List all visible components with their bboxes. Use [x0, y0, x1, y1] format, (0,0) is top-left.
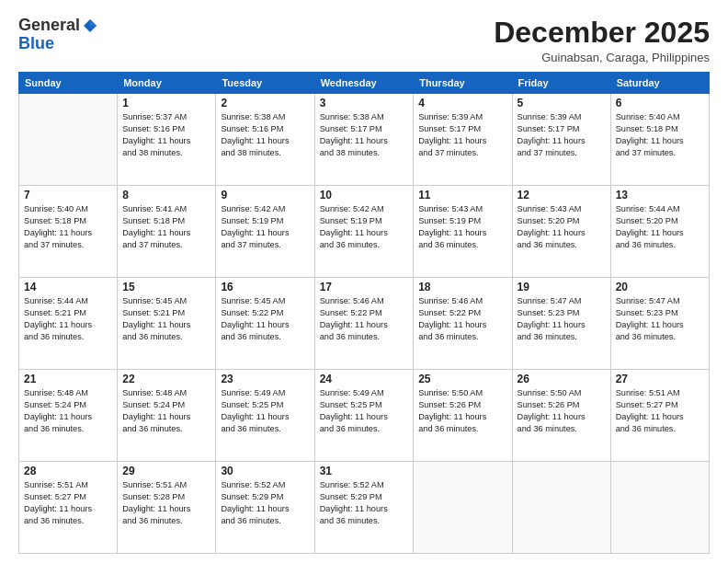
header-monday: Monday: [118, 73, 216, 94]
calendar-cell: 3Sunrise: 5:38 AM Sunset: 5:17 PM Daylig…: [314, 94, 414, 186]
calendar-cell: 13Sunrise: 5:44 AM Sunset: 5:20 PM Dayli…: [610, 186, 709, 278]
day-number: 7: [24, 189, 112, 201]
logo-icon: [82, 17, 98, 34]
calendar-cell: 31Sunrise: 5:52 AM Sunset: 5:29 PM Dayli…: [314, 462, 414, 554]
calendar-cell: 6Sunrise: 5:40 AM Sunset: 5:18 PM Daylig…: [610, 94, 709, 186]
day-info: Sunrise: 5:44 AM Sunset: 5:21 PM Dayligh…: [24, 295, 112, 343]
calendar-week-2: 14Sunrise: 5:44 AM Sunset: 5:21 PM Dayli…: [19, 278, 710, 370]
day-info: Sunrise: 5:40 AM Sunset: 5:18 PM Dayligh…: [24, 203, 112, 251]
day-number: 16: [221, 281, 309, 293]
calendar-cell: 29Sunrise: 5:51 AM Sunset: 5:28 PM Dayli…: [118, 462, 216, 554]
header-thursday: Thursday: [414, 73, 512, 94]
calendar-cell: 21Sunrise: 5:48 AM Sunset: 5:24 PM Dayli…: [19, 370, 118, 462]
location: Guinabsan, Caraga, Philippines: [494, 51, 710, 64]
day-number: 21: [24, 373, 112, 385]
calendar-header-row: SundayMondayTuesdayWednesdayThursdayFrid…: [19, 73, 710, 94]
calendar-week-3: 21Sunrise: 5:48 AM Sunset: 5:24 PM Dayli…: [19, 370, 710, 462]
day-info: Sunrise: 5:45 AM Sunset: 5:22 PM Dayligh…: [221, 295, 309, 343]
page: General Blue December 2025 Guinabsan, Ca…: [0, 0, 728, 563]
logo: General Blue: [18, 17, 98, 53]
calendar-cell: 14Sunrise: 5:44 AM Sunset: 5:21 PM Dayli…: [19, 278, 118, 370]
calendar-cell: [414, 462, 512, 554]
day-number: 28: [24, 465, 112, 477]
calendar-cell: 17Sunrise: 5:46 AM Sunset: 5:22 PM Dayli…: [314, 278, 414, 370]
title-area: December 2025 Guinabsan, Caraga, Philipp…: [494, 17, 710, 64]
day-info: Sunrise: 5:49 AM Sunset: 5:25 PM Dayligh…: [320, 387, 409, 435]
calendar-cell: 28Sunrise: 5:51 AM Sunset: 5:27 PM Dayli…: [19, 462, 118, 554]
day-info: Sunrise: 5:39 AM Sunset: 5:17 PM Dayligh…: [518, 111, 606, 159]
day-number: 27: [616, 373, 704, 385]
calendar-week-1: 7Sunrise: 5:40 AM Sunset: 5:18 PM Daylig…: [19, 186, 710, 278]
day-number: 13: [616, 189, 704, 201]
day-info: Sunrise: 5:39 AM Sunset: 5:17 PM Dayligh…: [418, 111, 506, 159]
day-number: 30: [221, 465, 309, 477]
day-info: Sunrise: 5:43 AM Sunset: 5:20 PM Dayligh…: [518, 203, 606, 251]
day-info: Sunrise: 5:38 AM Sunset: 5:16 PM Dayligh…: [221, 111, 309, 159]
svg-marker-1: [90, 19, 97, 26]
header-wednesday: Wednesday: [314, 73, 414, 94]
day-number: 4: [418, 97, 506, 109]
calendar-cell: 16Sunrise: 5:45 AM Sunset: 5:22 PM Dayli…: [216, 278, 314, 370]
calendar-cell: 19Sunrise: 5:47 AM Sunset: 5:23 PM Dayli…: [512, 278, 610, 370]
calendar-week-0: 1Sunrise: 5:37 AM Sunset: 5:16 PM Daylig…: [19, 94, 710, 186]
calendar-cell: 7Sunrise: 5:40 AM Sunset: 5:18 PM Daylig…: [19, 186, 118, 278]
day-info: Sunrise: 5:47 AM Sunset: 5:23 PM Dayligh…: [518, 295, 606, 343]
calendar-week-4: 28Sunrise: 5:51 AM Sunset: 5:27 PM Dayli…: [19, 462, 710, 554]
day-info: Sunrise: 5:42 AM Sunset: 5:19 PM Dayligh…: [221, 203, 309, 251]
logo-general: General: [18, 17, 80, 35]
calendar-cell: 27Sunrise: 5:51 AM Sunset: 5:27 PM Dayli…: [610, 370, 709, 462]
day-number: 11: [418, 189, 506, 201]
header-tuesday: Tuesday: [216, 73, 314, 94]
calendar-cell: 10Sunrise: 5:42 AM Sunset: 5:19 PM Dayli…: [314, 186, 414, 278]
calendar-cell: 8Sunrise: 5:41 AM Sunset: 5:18 PM Daylig…: [118, 186, 216, 278]
calendar-cell: 12Sunrise: 5:43 AM Sunset: 5:20 PM Dayli…: [512, 186, 610, 278]
day-info: Sunrise: 5:46 AM Sunset: 5:22 PM Dayligh…: [320, 295, 409, 343]
calendar-cell: 24Sunrise: 5:49 AM Sunset: 5:25 PM Dayli…: [314, 370, 414, 462]
month-title: December 2025: [494, 17, 710, 49]
calendar-cell: [512, 462, 610, 554]
header-saturday: Saturday: [610, 73, 709, 94]
day-number: 24: [320, 373, 409, 385]
calendar-cell: 4Sunrise: 5:39 AM Sunset: 5:17 PM Daylig…: [414, 94, 512, 186]
header: General Blue December 2025 Guinabsan, Ca…: [18, 17, 710, 64]
day-number: 5: [518, 97, 606, 109]
day-info: Sunrise: 5:48 AM Sunset: 5:24 PM Dayligh…: [122, 387, 210, 435]
calendar-cell: 1Sunrise: 5:37 AM Sunset: 5:16 PM Daylig…: [118, 94, 216, 186]
day-info: Sunrise: 5:50 AM Sunset: 5:26 PM Dayligh…: [418, 387, 506, 435]
day-info: Sunrise: 5:50 AM Sunset: 5:26 PM Dayligh…: [518, 387, 606, 435]
day-number: 23: [221, 373, 309, 385]
day-info: Sunrise: 5:51 AM Sunset: 5:28 PM Dayligh…: [122, 479, 210, 527]
day-number: 1: [122, 97, 210, 109]
day-info: Sunrise: 5:41 AM Sunset: 5:18 PM Dayligh…: [122, 203, 210, 251]
day-number: 19: [518, 281, 606, 293]
day-number: 3: [320, 97, 409, 109]
day-number: 8: [122, 189, 210, 201]
calendar-cell: 9Sunrise: 5:42 AM Sunset: 5:19 PM Daylig…: [216, 186, 314, 278]
day-info: Sunrise: 5:43 AM Sunset: 5:19 PM Dayligh…: [418, 203, 506, 251]
calendar-cell: 5Sunrise: 5:39 AM Sunset: 5:17 PM Daylig…: [512, 94, 610, 186]
day-number: 20: [616, 281, 704, 293]
calendar-cell: 23Sunrise: 5:49 AM Sunset: 5:25 PM Dayli…: [216, 370, 314, 462]
day-info: Sunrise: 5:48 AM Sunset: 5:24 PM Dayligh…: [24, 387, 112, 435]
day-info: Sunrise: 5:52 AM Sunset: 5:29 PM Dayligh…: [320, 479, 409, 527]
day-number: 9: [221, 189, 309, 201]
day-info: Sunrise: 5:38 AM Sunset: 5:17 PM Dayligh…: [320, 111, 409, 159]
calendar: SundayMondayTuesdayWednesdayThursdayFrid…: [18, 72, 710, 554]
day-number: 2: [221, 97, 309, 109]
day-number: 17: [320, 281, 409, 293]
day-number: 22: [122, 373, 210, 385]
calendar-cell: 18Sunrise: 5:46 AM Sunset: 5:22 PM Dayli…: [414, 278, 512, 370]
day-info: Sunrise: 5:42 AM Sunset: 5:19 PM Dayligh…: [320, 203, 409, 251]
day-info: Sunrise: 5:40 AM Sunset: 5:18 PM Dayligh…: [616, 111, 704, 159]
logo-blue: Blue: [18, 35, 54, 53]
day-number: 31: [320, 465, 409, 477]
day-info: Sunrise: 5:45 AM Sunset: 5:21 PM Dayligh…: [122, 295, 210, 343]
day-number: 6: [616, 97, 704, 109]
day-info: Sunrise: 5:51 AM Sunset: 5:27 PM Dayligh…: [616, 387, 704, 435]
day-number: 10: [320, 189, 409, 201]
header-sunday: Sunday: [19, 73, 118, 94]
calendar-cell: [610, 462, 709, 554]
day-info: Sunrise: 5:49 AM Sunset: 5:25 PM Dayligh…: [221, 387, 309, 435]
day-number: 26: [518, 373, 606, 385]
calendar-cell: 2Sunrise: 5:38 AM Sunset: 5:16 PM Daylig…: [216, 94, 314, 186]
